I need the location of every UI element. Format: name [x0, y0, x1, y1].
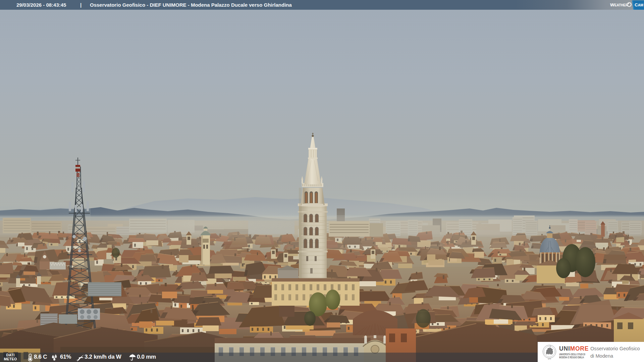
svg-text:CAM: CAM	[635, 2, 643, 7]
svg-text:1175: 1175	[548, 358, 551, 360]
svg-text:WEATHER: WEATHER	[610, 2, 628, 7]
